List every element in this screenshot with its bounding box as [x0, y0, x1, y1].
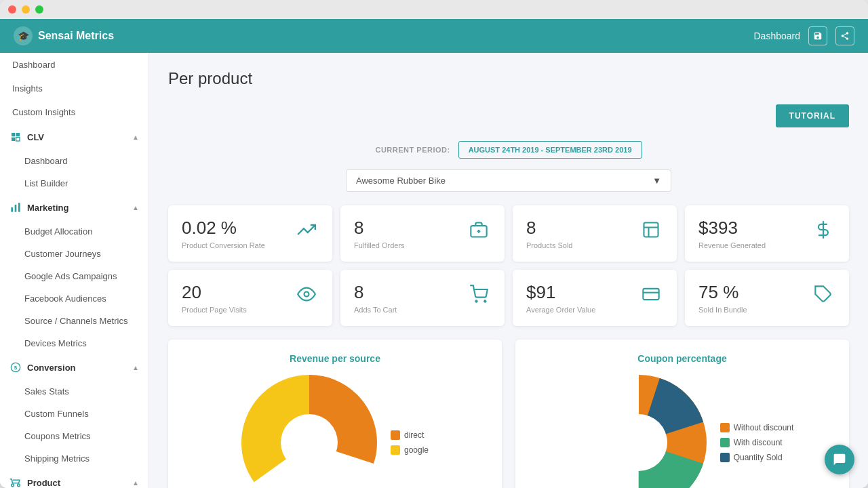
sidebar-item-sales-stats[interactable]: Sales Stats: [0, 380, 149, 403]
metric-info: $393 Revenue Generated: [698, 218, 766, 249]
topbar-title: Dashboard: [754, 30, 801, 41]
period-row: CURRENT PERIOD: AUGUST 24TH 2019 - SEPTE…: [168, 141, 849, 159]
legend-label: Without discount: [734, 423, 794, 432]
metric-card: 0.02 % Product Conversion Rate: [168, 205, 332, 262]
sidebar-item-coupons[interactable]: Coupons Metrics: [0, 425, 149, 447]
sidebar-item-custom-funnels[interactable]: Custom Funnels: [0, 403, 149, 425]
svg-rect-2: [12, 138, 15, 141]
sidebar-item-facebook[interactable]: Facebook Audiences: [0, 287, 149, 310]
brand-icon: 🎓: [14, 26, 33, 45]
section-label: Marketing: [27, 203, 68, 213]
chart-legend: direct google: [391, 430, 429, 455]
legend-color: [720, 453, 730, 462]
section-label: Product: [27, 478, 60, 488]
donut-chart: [241, 375, 377, 488]
chart-title: Revenue per source: [182, 353, 488, 364]
sidebar-label: Insights: [12, 83, 43, 94]
topbar-right: Dashboard: [754, 26, 855, 45]
metric-label: Adds To Cart: [354, 306, 397, 314]
main-content: Per product TUTORIAL CURRENT PERIOD: AUG…: [149, 53, 868, 488]
legend-color: [720, 423, 730, 432]
legend-label: With discount: [734, 438, 783, 447]
chart-grid: Revenue per source direct google Coupon …: [168, 340, 849, 488]
app-window: 🎓 Sensai Metrics Dashboard Dashboard: [0, 0, 868, 488]
topbar: 🎓 Sensai Metrics Dashboard: [0, 19, 868, 53]
brand: 🎓 Sensai Metrics: [14, 26, 114, 45]
svg-rect-18: [644, 223, 658, 237]
sidebar-item-budget[interactable]: Budget Allocation: [0, 220, 149, 243]
tutorial-row: TUTORIAL: [168, 104, 849, 127]
topbar-share-icon[interactable]: [835, 26, 854, 45]
metric-value: 0.02 %: [182, 218, 265, 239]
chart-area: Without discount With discount Quantity …: [529, 375, 835, 488]
sidebar-item-shipping[interactable]: Shipping Metrics: [0, 447, 149, 470]
minimize-button[interactable]: [22, 5, 30, 14]
legend-label: direct: [404, 430, 424, 440]
product-select[interactable]: Awesome Rubber Bike ▼: [346, 169, 671, 192]
page-title: Per product: [168, 69, 849, 88]
metric-card: 8 Fulfilled Orders: [340, 205, 505, 262]
app: 🎓 Sensai Metrics Dashboard Dashboard: [0, 19, 868, 488]
sidebar-section-conversion[interactable]: $ Conversion ▲: [0, 354, 149, 380]
chevron-up-icon: ▲: [132, 134, 139, 141]
sidebar-label: Custom Insights: [12, 107, 75, 117]
legend-color: [720, 438, 730, 447]
sidebar: Dashboard Insights Custom Insights CLV ▲: [0, 53, 149, 488]
legend-item: With discount: [720, 438, 794, 447]
sidebar-item-custom-insights[interactable]: Custom Insights: [0, 100, 149, 124]
product-select-value: Awesome Rubber Bike: [356, 176, 446, 186]
sidebar-item-google-ads[interactable]: Google Ads Campaigns: [0, 265, 149, 287]
maximize-button[interactable]: [35, 5, 43, 14]
sidebar-item-journeys[interactable]: Customer Journeys: [0, 243, 149, 265]
metric-value: 75 %: [698, 282, 747, 303]
svg-text:$: $: [14, 365, 18, 371]
svg-rect-6: [18, 203, 20, 211]
product-icon: [9, 476, 22, 488]
marketing-icon: [9, 201, 22, 214]
section-label: CLV: [27, 132, 44, 142]
sidebar-item-source-channels[interactable]: Source / Channels Metrics: [0, 310, 149, 332]
donut-chart: [571, 375, 707, 488]
marketing-sub-items: Budget Allocation Customer Journeys Goog…: [0, 220, 149, 354]
legend-color: [391, 430, 400, 440]
metric-label: Sold In Bundle: [698, 306, 747, 314]
metric-info: 8 Adds To Cart: [354, 282, 397, 314]
sidebar-item-dashboard[interactable]: Dashboard: [0, 53, 149, 77]
topbar-save-icon[interactable]: [808, 26, 827, 45]
avg-icon: [639, 282, 663, 306]
period-value[interactable]: AUGUST 24TH 2019 - SEPTEMBER 23RD 2019: [458, 141, 642, 159]
metric-card: $393 Revenue Generated: [685, 205, 849, 262]
close-button[interactable]: [8, 5, 16, 14]
chevron-up-icon: ▲: [132, 204, 139, 211]
metric-info: 75 % Sold In Bundle: [698, 282, 747, 314]
svg-rect-23: [643, 289, 658, 300]
metric-value: 8: [526, 218, 572, 239]
metric-label: Product Conversion Rate: [182, 241, 265, 249]
metric-value: 8: [354, 282, 397, 303]
sidebar-section-clv[interactable]: CLV ▲: [0, 124, 149, 150]
chevron-down-icon: ▼: [652, 176, 661, 186]
conversion-icon: $: [9, 361, 22, 373]
product-select-row: Awesome Rubber Bike ▼: [168, 169, 849, 192]
sidebar-section-marketing[interactable]: Marketing ▲: [0, 195, 149, 220]
metric-info: 8 Fulfilled Orders: [354, 218, 405, 249]
metric-label: Products Sold: [526, 241, 572, 249]
sidebar-item-list-builder[interactable]: List Builder: [0, 172, 149, 195]
sidebar-item-devices[interactable]: Devices Metrics: [0, 332, 149, 354]
body: Dashboard Insights Custom Insights CLV ▲: [0, 53, 868, 488]
sidebar-section-product[interactable]: Product ▲: [0, 470, 149, 488]
svg-point-22: [484, 300, 486, 302]
sidebar-item-clv-dashboard[interactable]: Dashboard: [0, 150, 149, 172]
metric-card: 8 Adds To Cart: [340, 270, 505, 326]
sidebar-item-insights[interactable]: Insights: [0, 77, 149, 100]
metric-card: 20 Product Page Visits: [168, 270, 332, 326]
metric-value: $393: [698, 218, 766, 239]
chart-area: direct google: [182, 375, 488, 488]
revenue-icon: [811, 218, 835, 242]
titlebar: [0, 0, 868, 19]
chart-legend: Without discount With discount Quantity …: [720, 423, 794, 462]
chat-button[interactable]: [825, 445, 854, 474]
legend-item: Quantity Sold: [720, 453, 794, 462]
tutorial-button[interactable]: TUTORIAL: [776, 104, 849, 127]
metric-label: Product Page Visits: [182, 306, 247, 314]
